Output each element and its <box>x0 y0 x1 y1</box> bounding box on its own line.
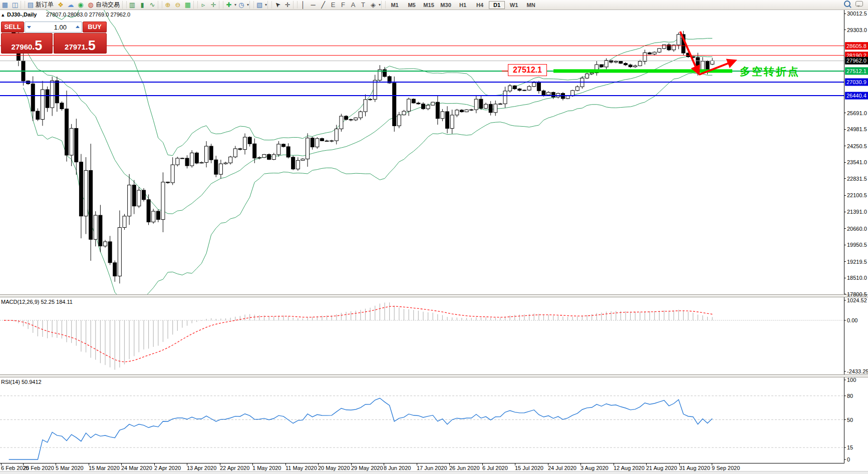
timeframe-button-d1[interactable]: D1 <box>489 1 505 9</box>
price-tick-label: 20660.0 <box>847 226 867 232</box>
sell-button[interactable]: SELL <box>1 22 24 33</box>
price-axis: 30012.529303.025691.024981.524250.523541… <box>844 11 868 297</box>
bar-chart-icon[interactable]: ▥ <box>127 1 137 9</box>
timeframe-button-h1[interactable]: H1 <box>455 1 471 9</box>
periods-clock-icon-dropdown[interactable]: ▾ <box>247 3 249 7</box>
tile-windows-icon[interactable]: ▦ <box>183 1 193 9</box>
volume-input[interactable]: 1.00 <box>25 22 82 33</box>
date-tick-label: 17 Jun 2020 <box>417 465 447 471</box>
vertical-line-icon[interactable]: │ <box>298 1 308 9</box>
volume-decrease-button[interactable] <box>27 26 31 31</box>
toolbar-separator <box>21 1 25 9</box>
new-order-icon-label[interactable]: 新订单 <box>36 1 54 9</box>
timeframe-button-h4[interactable]: H4 <box>472 1 488 9</box>
equidistant-channel-icon[interactable]: E <box>328 1 338 9</box>
buy-price-pips: 5 <box>88 39 96 52</box>
timeframe-button-m5[interactable]: M5 <box>404 1 420 9</box>
price-tick-label: 22100.5 <box>847 192 867 198</box>
crosshair-icon[interactable]: ✛ <box>282 1 293 9</box>
signal-icon[interactable]: ◉ <box>76 1 86 9</box>
sell-price-button[interactable]: 27960 . 5 <box>1 33 53 54</box>
shapes-icon-dropdown[interactable]: ▾ <box>379 3 381 7</box>
price-tick-label: 24981.5 <box>847 126 867 132</box>
price-badge-label: 27962.0 <box>846 58 866 64</box>
trendline-icon[interactable]: ╱ <box>318 1 328 9</box>
line-chart-icon[interactable]: ∿ <box>147 1 157 9</box>
date-tick-label: 31 Aug 2020 <box>679 465 710 471</box>
toolbar-separator <box>122 1 127 9</box>
rsi-layer <box>0 396 844 459</box>
timeframe-button-mn[interactable]: MN <box>523 1 539 9</box>
macd-tick-label: 0.00 <box>847 317 857 323</box>
date-tick-label: 25 Feb 2020 <box>23 465 54 471</box>
price-tick-label: 24250.5 <box>847 143 867 149</box>
chart-collapse-arrow[interactable]: ▴ <box>2 12 5 18</box>
sell-price-main: 27960 <box>12 42 33 52</box>
date-tick-label: 13 Apr 2020 <box>187 465 216 471</box>
profiles-icon[interactable]: ◫ <box>10 1 20 9</box>
toolbar-separator <box>381 1 386 9</box>
one-click-trading-panel: SELL 1.00 BUY 27960 . 5 27971 . 5 <box>1 22 107 52</box>
toolbar-separator <box>158 1 162 9</box>
chat-icon[interactable] <box>855 1 863 7</box>
price-tick-label: 23541.0 <box>847 159 867 165</box>
candles-layer <box>3 27 714 283</box>
buy-price-button[interactable]: 27971 . 5 <box>54 33 107 54</box>
rsi-tick-label: 50 <box>847 417 853 423</box>
price-badge-label: 27512.1 <box>846 68 866 74</box>
price-tick-label: 19219.5 <box>847 259 867 265</box>
volume-value[interactable]: 1.00 <box>33 24 74 31</box>
timeframe-button-m1[interactable]: M1 <box>387 1 403 9</box>
price-tick-label: 25691.0 <box>847 110 867 116</box>
macd-label: MACD(12,26,9) 52.25 184.11 <box>1 299 73 305</box>
price-tick-label: 21391.0 <box>847 209 867 215</box>
date-tick-label: 21 Aug 2020 <box>646 465 677 471</box>
community-icon[interactable]: ☁ <box>66 1 76 9</box>
timeframe-button-w1[interactable]: W1 <box>506 1 522 9</box>
date-tick-label: 3 Aug 2020 <box>581 465 609 471</box>
fibonacci-icon[interactable]: F <box>338 1 348 9</box>
buy-button[interactable]: BUY <box>83 22 107 33</box>
price-tick-label: 22831.5 <box>847 176 867 182</box>
chart-ohlc-label: 27807.0 28083.0 27769.0 27962.0 <box>46 12 130 18</box>
add-template-icon[interactable]: ✚ <box>224 1 234 9</box>
indicators-icon[interactable]: ▹ <box>198 1 208 9</box>
price-badge-label: 28605.8 <box>846 43 866 49</box>
date-tick-label: 24 Mar 2020 <box>121 465 152 471</box>
date-tick-label: 1 May 2020 <box>252 465 281 471</box>
support-level-price-label[interactable]: 27512.1 <box>508 64 547 76</box>
price-tick-label: 19950.5 <box>847 242 867 248</box>
volume-increase-button[interactable] <box>76 24 80 28</box>
date-tick-label: 26 Jun 2020 <box>449 465 480 471</box>
search-icon[interactable] <box>844 1 850 7</box>
macd-axis: 1024.520.00-2433.25 <box>844 297 868 374</box>
zoom-out-icon[interactable]: ⊖ <box>173 1 183 9</box>
turning-point-annotation[interactable]: 多空转折点 <box>740 65 800 79</box>
price-tick-label: 17800.5 <box>847 291 867 297</box>
date-tick-label: 6 Jul 2020 <box>482 465 508 471</box>
candle-chart-icon[interactable]: ▮ <box>137 1 147 9</box>
shapes-icon[interactable]: ◈ <box>368 1 378 9</box>
autotrading-icon-label[interactable]: 自动交易 <box>96 1 120 9</box>
date-tick-label: 5 Mar 2020 <box>56 465 84 471</box>
indicator-window-icon[interactable]: ✛ <box>208 1 218 9</box>
gold-icon[interactable]: ❖ <box>56 1 66 9</box>
new-chart-icon[interactable]: ▦ <box>0 1 10 9</box>
horizontal-line-icon[interactable]: ─ <box>308 1 318 9</box>
periods-clock-icon[interactable]: ◷ <box>236 1 246 9</box>
rsi-tick-label: 80 <box>847 393 853 399</box>
chart-profile-icon-dropdown[interactable]: ▾ <box>265 3 267 7</box>
timeframe-button-m30[interactable]: M30 <box>438 1 454 9</box>
chart-profile-icon[interactable]: ▧ <box>254 1 264 9</box>
autotrading-icon[interactable]: ◍ <box>86 1 96 9</box>
date-tick-label: 8 Jun 2020 <box>384 465 411 471</box>
new-order-icon[interactable]: ▤ <box>26 1 36 9</box>
zoom-in-icon[interactable]: ⊕ <box>163 1 173 9</box>
text-icon[interactable]: A <box>348 1 358 9</box>
text-label-icon[interactable]: T <box>358 1 368 9</box>
chart-canvas[interactable]: 30012.529303.025691.024981.524250.523541… <box>0 0 868 474</box>
toolbar-separator <box>293 1 298 9</box>
timeframe-button-m15[interactable]: M15 <box>421 1 437 9</box>
date-tick-label: 9 Sep 2020 <box>712 465 740 471</box>
toolbar-separator <box>249 1 254 9</box>
